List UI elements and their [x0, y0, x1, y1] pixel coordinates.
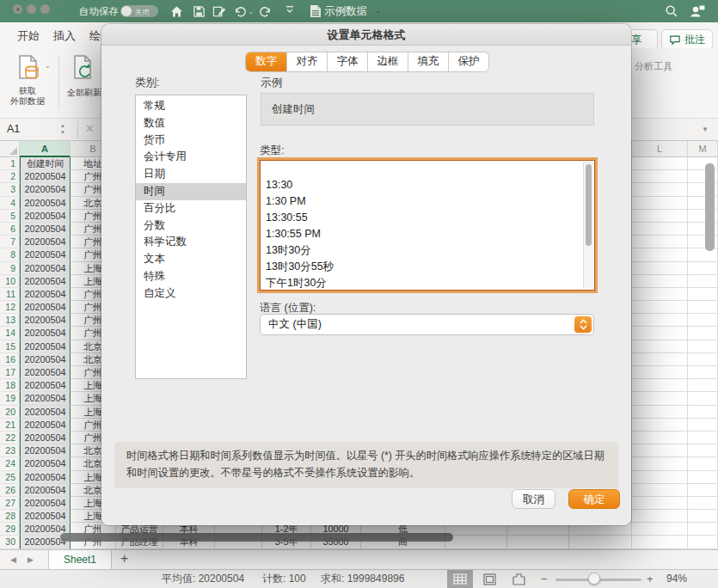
- type-item-5[interactable]: 13时30分: [261, 242, 594, 259]
- cell-L7[interactable]: [632, 236, 688, 248]
- cell-L19[interactable]: [632, 392, 688, 405]
- search-icon[interactable]: [664, 3, 679, 19]
- dialog-tab-2[interactable]: 字体: [327, 52, 367, 71]
- cell-A3[interactable]: 20200504: [20, 183, 71, 196]
- cell-A2[interactable]: 20200504: [20, 170, 71, 183]
- category-item-0[interactable]: 常规: [136, 98, 246, 115]
- category-item-10[interactable]: 特殊: [136, 268, 246, 285]
- cell-A27[interactable]: 20200504: [20, 497, 71, 510]
- cell-J30[interactable]: [507, 536, 569, 548]
- cell-A1[interactable]: 创建时间: [20, 157, 71, 170]
- dialog-tab-5[interactable]: 保护: [448, 52, 488, 71]
- cell-A5[interactable]: 20200504: [20, 210, 71, 223]
- cell-A10[interactable]: 20200504: [20, 275, 71, 288]
- cell-M29[interactable]: [688, 523, 718, 536]
- cell-L27[interactable]: [632, 497, 688, 510]
- cell-M12[interactable]: [688, 301, 718, 314]
- cell-M25[interactable]: [688, 471, 718, 484]
- zoom-out-icon[interactable]: −: [541, 570, 548, 588]
- ribbon-tab-insert[interactable]: 插入: [53, 28, 76, 44]
- minimize-window-button[interactable]: [27, 4, 36, 14]
- cell-L9[interactable]: [632, 262, 688, 275]
- cell-L24[interactable]: [632, 457, 688, 470]
- cell-A22[interactable]: 20200504: [20, 432, 71, 444]
- cell-M22[interactable]: [688, 432, 718, 444]
- cell-M21[interactable]: [688, 419, 718, 432]
- cell-A11[interactable]: 20200504: [20, 288, 71, 301]
- cell-A4[interactable]: 20200504: [20, 197, 71, 210]
- sheet-prev-icon[interactable]: ◀: [10, 555, 16, 564]
- cell-L14[interactable]: [632, 327, 688, 340]
- category-item-4[interactable]: 日期: [136, 166, 246, 183]
- get-external-chevron-icon[interactable]: ⌄: [45, 62, 51, 70]
- row-header-17[interactable]: 17: [0, 366, 20, 379]
- row-header-12[interactable]: 12: [0, 301, 20, 314]
- column-header-A[interactable]: A: [20, 141, 71, 157]
- category-item-1[interactable]: 数值: [136, 115, 246, 132]
- row-header-10[interactable]: 10: [0, 275, 20, 288]
- cell-M14[interactable]: [688, 327, 718, 340]
- select-all-corner[interactable]: [0, 141, 20, 157]
- cell-A25[interactable]: 20200504: [20, 471, 71, 484]
- ribbon-tab-home[interactable]: 开始: [17, 28, 40, 44]
- cell-L16[interactable]: [632, 353, 688, 366]
- cell-A28[interactable]: 20200504: [20, 510, 71, 523]
- cell-L18[interactable]: [632, 379, 688, 392]
- row-header-7[interactable]: 7: [0, 236, 20, 248]
- row-header-6[interactable]: 6: [0, 223, 20, 236]
- category-item-3[interactable]: 会计专用: [136, 149, 246, 166]
- cell-L28[interactable]: [632, 510, 688, 523]
- close-window-button[interactable]: [13, 4, 22, 14]
- ok-button[interactable]: 确定: [568, 489, 620, 509]
- autosave-toggle[interactable]: 关闭: [120, 5, 158, 17]
- cell-L26[interactable]: [632, 484, 688, 497]
- category-item-6[interactable]: 百分比: [136, 200, 246, 217]
- type-item-7[interactable]: 下午1时30分: [261, 275, 594, 291]
- row-header-13[interactable]: 13: [0, 314, 20, 327]
- normal-view-icon[interactable]: [447, 570, 473, 588]
- sheet-next-icon[interactable]: ▶: [28, 555, 34, 564]
- comments-button[interactable]: 批注: [661, 29, 713, 50]
- cell-A26[interactable]: 20200504: [20, 484, 71, 497]
- row-header-21[interactable]: 21: [0, 419, 20, 432]
- row-header-3[interactable]: 3: [0, 183, 20, 196]
- name-box[interactable]: A1: [7, 123, 20, 135]
- zoom-window-button[interactable]: [40, 4, 50, 14]
- row-header-26[interactable]: 26: [0, 484, 20, 497]
- category-item-7[interactable]: 分数: [136, 217, 246, 235]
- row-header-11[interactable]: 11: [0, 288, 20, 301]
- cell-M19[interactable]: [688, 392, 718, 405]
- cell-M27[interactable]: [688, 497, 718, 510]
- type-item-3[interactable]: 13:30:55: [261, 210, 594, 226]
- cell-L20[interactable]: [632, 406, 688, 419]
- dialog-tab-3[interactable]: 边框: [367, 52, 408, 71]
- undo-menu-chevron-icon[interactable]: ⌄: [249, 9, 254, 15]
- row-header-24[interactable]: 24: [0, 457, 20, 470]
- toolbar-overflow-icon[interactable]: [282, 1, 298, 16]
- cell-M28[interactable]: [688, 510, 718, 523]
- cell-A17[interactable]: 20200504: [20, 366, 71, 379]
- type-list-scrollbar[interactable]: [583, 162, 593, 289]
- cell-L25[interactable]: [632, 471, 688, 484]
- cell-L5[interactable]: [632, 210, 688, 223]
- row-header-4[interactable]: 4: [0, 197, 20, 210]
- cell-L10[interactable]: [632, 275, 688, 288]
- cell-M18[interactable]: [688, 379, 718, 392]
- cell-A20[interactable]: 20200504: [20, 406, 71, 419]
- sheet-tab-sheet1[interactable]: Sheet1: [48, 550, 112, 570]
- cell-L21[interactable]: [632, 419, 688, 432]
- refresh-all-icon[interactable]: [71, 53, 98, 81]
- row-header-19[interactable]: 19: [0, 392, 20, 405]
- cell-L12[interactable]: [632, 301, 688, 314]
- cell-L4[interactable]: [632, 197, 688, 210]
- zoom-in-icon[interactable]: +: [647, 570, 654, 588]
- row-header-29[interactable]: 29: [0, 523, 20, 536]
- category-item-9[interactable]: 文本: [136, 251, 246, 268]
- row-header-9[interactable]: 9: [0, 262, 20, 275]
- cell-L15[interactable]: [632, 340, 688, 353]
- row-header-14[interactable]: 14: [0, 327, 20, 340]
- redo-icon[interactable]: [258, 3, 273, 19]
- row-header-25[interactable]: 25: [0, 471, 20, 484]
- cell-A23[interactable]: 20200504: [20, 444, 71, 457]
- add-sheet-button[interactable]: +: [120, 551, 128, 567]
